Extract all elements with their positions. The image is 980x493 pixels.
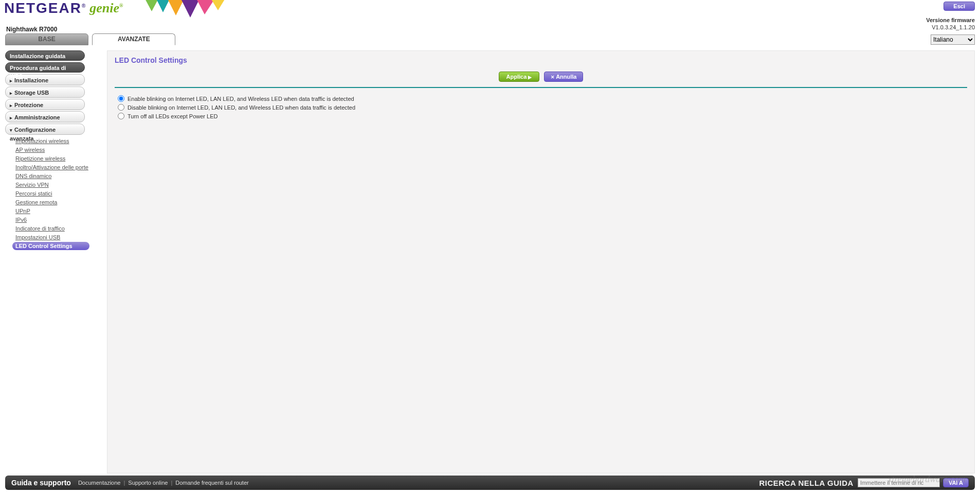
cancel-button[interactable]: Annulla <box>544 72 583 82</box>
radio-turn-off[interactable] <box>118 113 124 119</box>
svg-marker-1 <box>155 0 171 12</box>
radio-label: Disable blinking on Internet LED, LAN LE… <box>128 104 355 111</box>
decorative-triangles <box>144 0 231 22</box>
apply-button[interactable]: Applica <box>499 72 539 82</box>
action-button-row: Applica Annulla <box>115 72 967 82</box>
sidebar-advanced-sublist: Impostazioni wireless AP wireless Ripeti… <box>12 137 98 250</box>
sidebar-install-wizard[interactable]: Installazione guidata <box>5 50 85 61</box>
sidebar-cat-admin[interactable]: Amministrazione <box>5 111 85 122</box>
subitem-port-forwarding[interactable]: Inoltro/Attivazione delle porte <box>12 163 98 171</box>
header: NETGEAR® genie® Esci Versione firmware V… <box>0 0 980 33</box>
sidebar-cat-advanced-config[interactable]: Configurazione avanzata <box>5 124 85 135</box>
subitem-remote-mgmt[interactable]: Gestione remota <box>12 198 98 206</box>
radio-label: Enable blinking on Internet LED, LAN LED… <box>128 96 354 102</box>
footer-title: Guida e supporto <box>11 479 71 487</box>
led-option-disable-blinking[interactable]: Disable blinking on Internet LED, LAN LE… <box>118 104 967 111</box>
brand-secondary: genie® <box>89 1 123 16</box>
brand-primary: NETGEAR® <box>4 0 86 16</box>
svg-marker-4 <box>195 0 216 14</box>
language-select[interactable]: Italiano <box>931 34 975 45</box>
subitem-dynamic-dns[interactable]: DNS dinamico <box>12 172 98 180</box>
footer-link-faq[interactable]: Domande frequenti sul router <box>175 480 248 486</box>
main-area: Installazione guidata Procedura guidata … <box>5 50 975 473</box>
subitem-wireless-settings[interactable]: Impostazioni wireless <box>12 137 98 145</box>
tab-advanced[interactable]: AVANZATE <box>92 33 175 45</box>
tab-base[interactable]: BASE <box>5 33 88 45</box>
divider <box>115 87 967 88</box>
led-option-turn-off[interactable]: Turn off all LEDs except Power LED <box>118 113 967 119</box>
subitem-wireless-repeating[interactable]: Ripetizione wireless <box>12 154 98 163</box>
subitem-ap-wireless[interactable]: AP wireless <box>12 146 98 154</box>
footer-search-label: RICERCA NELLA GUIDA <box>759 479 853 487</box>
footer-link-docs[interactable]: Documentazione <box>78 480 121 486</box>
firmware-version: V1.0.3.24_1.1.20 <box>926 24 975 31</box>
sidebar-cat-install[interactable]: Installazione <box>5 74 85 85</box>
main-tabs: BASE AVANZATE <box>5 33 975 46</box>
footer-link-support[interactable]: Supporto online <box>128 480 168 486</box>
logout-button[interactable]: Esci <box>943 2 975 11</box>
firmware-label: Versione firmware <box>926 16 975 24</box>
svg-marker-3 <box>180 0 201 17</box>
subitem-ipv6[interactable]: IPv6 <box>12 216 98 224</box>
model-name: Nighthawk R7000 <box>6 26 57 33</box>
footer-search-input[interactable] <box>858 478 940 487</box>
svg-marker-0 <box>144 0 159 11</box>
sidebar-cat-protection[interactable]: Protezione <box>5 99 85 110</box>
subitem-led-control[interactable]: LED Control Settings <box>12 242 89 250</box>
subitem-vpn-service[interactable]: Servizio VPN <box>12 181 98 189</box>
brand-logo: NETGEAR® genie® <box>4 0 123 16</box>
subitem-usb-settings[interactable]: Impostazioni USB <box>12 233 98 241</box>
sidebar-cat-usb[interactable]: Storage USB <box>5 86 85 98</box>
page-title: LED Control Settings <box>115 56 967 64</box>
footer-go-button[interactable]: VAI A <box>943 478 969 487</box>
sidebar: Installazione guidata Procedura guidata … <box>5 50 98 473</box>
radio-enable-blinking[interactable] <box>118 95 124 102</box>
radio-label: Turn off all LEDs except Power LED <box>128 113 217 119</box>
led-option-enable-blinking[interactable]: Enable blinking on Internet LED, LAN LED… <box>118 95 967 102</box>
svg-marker-2 <box>167 0 185 15</box>
content-panel: LED Control Settings Applica Annulla Ena… <box>107 50 975 473</box>
radio-disable-blinking[interactable] <box>118 104 124 111</box>
subitem-upnp[interactable]: UPnP <box>12 207 98 215</box>
footer: Guida e supporto Documentazione | Suppor… <box>5 476 975 490</box>
subitem-static-routes[interactable]: Percorsi statici <box>12 189 98 198</box>
subitem-traffic-meter[interactable]: Indicatore di traffico <box>12 224 98 233</box>
sidebar-wps-wizard[interactable]: Procedura guidata di WPS <box>5 62 85 73</box>
firmware-info: Versione firmware V1.0.3.24_1.1.20 <box>926 16 975 31</box>
